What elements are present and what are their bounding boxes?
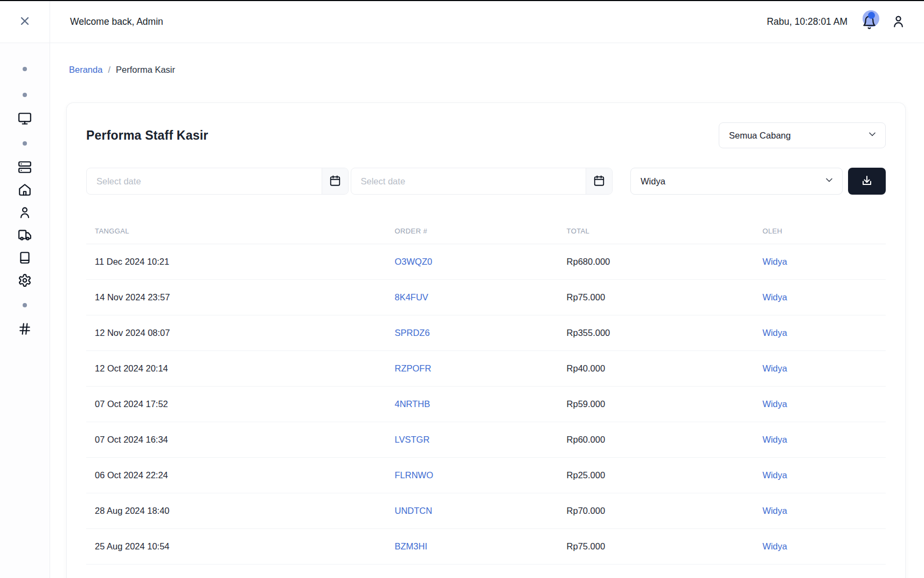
table-row: 25 Aug 2024 10:52 BMKRIV Rp610.000 Widya	[86, 565, 886, 578]
order-link[interactable]: BZM3HI	[395, 541, 428, 551]
cell-tanggal: 25 Aug 2024 10:54	[86, 541, 386, 552]
table-row: 12 Nov 2024 08:07 SPRDZ6 Rp355.000 Widya	[86, 315, 886, 351]
server-icon	[18, 160, 32, 176]
breadcrumb-current: Performa Kasir	[116, 65, 175, 75]
body-row: Beranda / Performa Kasir Performa Staff …	[0, 43, 924, 578]
table-row: 07 Oct 2024 17:52 4NRTHB Rp59.000 Widya	[86, 387, 886, 422]
sidebar-item-tags[interactable]	[13, 318, 36, 341]
card-header: Performa Staff Kasir Semua Cabang	[86, 122, 886, 148]
oleh-link[interactable]: Widya	[762, 257, 787, 266]
table-row: 06 Oct 2024 22:24 FLRNWO Rp25.000 Widya	[86, 458, 886, 493]
oleh-link[interactable]: Widya	[762, 541, 787, 551]
oleh-link[interactable]: Widya	[762, 399, 787, 409]
cell-tanggal: 14 Nov 2024 23:57	[86, 292, 386, 302]
monitor-icon	[18, 112, 32, 127]
home-icon	[18, 183, 32, 198]
welcome-text: Welcome back, Admin	[70, 16, 163, 27]
cell-total: Rp75.000	[558, 292, 754, 302]
breadcrumb-home-link[interactable]: Beranda	[69, 65, 102, 75]
order-link[interactable]: 4NRTHB	[395, 399, 430, 409]
order-link[interactable]: SPRDZ6	[395, 328, 430, 338]
sidebar-item-server[interactable]	[13, 156, 36, 179]
topbar-right: Rabu, 10:28:01 AM	[767, 12, 908, 32]
sidebar-item-monitor[interactable]	[13, 108, 36, 130]
datetime-text: Rabu, 10:28:01 AM	[767, 16, 847, 27]
oleh-link[interactable]: Widya	[762, 292, 787, 302]
date-to-input[interactable]	[351, 168, 586, 194]
cell-tanggal: 28 Aug 2024 18:40	[86, 506, 386, 516]
order-link[interactable]: LVSTGR	[395, 435, 430, 444]
download-button[interactable]	[848, 168, 886, 195]
cell-total: Rp60.000	[558, 435, 754, 445]
person-icon	[18, 205, 32, 221]
staff-select-value: Widya	[641, 176, 665, 187]
sidebar-dot	[23, 303, 27, 307]
cell-total: Rp25.000	[558, 470, 754, 480]
oleh-link[interactable]: Widya	[762, 328, 787, 338]
cell-tanggal: 07 Oct 2024 16:34	[86, 435, 386, 445]
cell-tanggal: 12 Nov 2024 08:07	[86, 328, 386, 338]
sidebar-item-home[interactable]	[13, 179, 36, 202]
cell-tanggal: 06 Oct 2024 22:24	[86, 470, 386, 480]
table-row: 07 Oct 2024 16:34 LVSTGR Rp60.000 Widya	[86, 422, 886, 458]
oleh-link[interactable]: Widya	[762, 363, 787, 373]
date-to-calendar-button[interactable]	[586, 168, 612, 194]
cell-total: Rp59.000	[558, 399, 754, 409]
table-row: 28 Aug 2024 18:40 UNDTCN Rp70.000 Widya	[86, 493, 886, 529]
table-header: TANGGAL ORDER # TOTAL OLEH	[86, 218, 886, 244]
hash-icon	[18, 322, 32, 338]
filter-row: Widya	[86, 168, 886, 195]
oleh-link[interactable]: Widya	[762, 435, 787, 444]
column-header-total: TOTAL	[558, 227, 754, 235]
sidebar	[0, 43, 50, 578]
branch-select[interactable]: Semua Cabang	[719, 122, 886, 148]
date-from-calendar-button[interactable]	[322, 168, 348, 194]
date-from-input[interactable]	[87, 168, 322, 194]
date-to-group	[351, 168, 613, 195]
order-link[interactable]: 8K4FUV	[395, 292, 428, 302]
column-header-oleh: OLEH	[754, 227, 886, 235]
order-link[interactable]: RZPOFR	[395, 363, 432, 373]
date-from-group	[86, 168, 349, 195]
column-header-order: ORDER #	[386, 227, 558, 235]
order-link[interactable]: O3WQZ0	[395, 257, 433, 266]
cell-total: Rp70.000	[558, 506, 754, 516]
order-link[interactable]: FLRNWO	[395, 470, 434, 480]
calendar-icon	[593, 175, 605, 188]
account-button[interactable]	[888, 12, 908, 32]
sidebar-item-reports[interactable]	[13, 247, 36, 270]
cell-tanggal: 11 Dec 2024 10:21	[86, 257, 386, 267]
user-icon	[891, 14, 906, 30]
close-sidebar-button[interactable]	[15, 12, 34, 32]
gear-icon	[18, 273, 32, 289]
cell-tanggal: 12 Oct 2024 20:14	[86, 363, 386, 374]
sidebar-item-customers[interactable]	[13, 202, 36, 224]
topbar-main: Welcome back, Admin Rabu, 10:28:01 AM	[50, 1, 924, 43]
download-icon	[860, 174, 873, 189]
order-link[interactable]: UNDTCN	[395, 506, 433, 515]
staff-select[interactable]: Widya	[630, 168, 843, 195]
cell-total: Rp355.000	[558, 328, 754, 338]
cell-total: Rp680.000	[558, 257, 754, 267]
sidebar-dot	[23, 93, 27, 97]
chevron-down-icon	[824, 175, 835, 188]
branch-select-value: Semua Cabang	[729, 130, 791, 141]
performance-card: Performa Staff Kasir Semua Cabang	[67, 103, 905, 578]
sidebar-dot	[23, 141, 27, 146]
notifications-button[interactable]	[858, 12, 878, 32]
column-header-tanggal: TANGGAL	[86, 227, 386, 235]
table-row: 14 Nov 2024 23:57 8K4FUV Rp75.000 Widya	[86, 280, 886, 315]
oleh-link[interactable]: Widya	[762, 470, 787, 480]
breadcrumb-separator: /	[108, 65, 110, 75]
table-row: 12 Oct 2024 20:14 RZPOFR Rp40.000 Widya	[86, 351, 886, 387]
sidebar-item-delivery[interactable]	[13, 224, 36, 247]
cell-tanggal: 07 Oct 2024 17:52	[86, 399, 386, 409]
topbar: Welcome back, Admin Rabu, 10:28:01 AM	[0, 1, 924, 43]
calendar-icon	[329, 175, 341, 188]
chevron-down-icon	[867, 129, 878, 142]
sidebar-item-settings[interactable]	[13, 270, 36, 292]
oleh-link[interactable]: Widya	[762, 506, 787, 515]
truck-icon	[18, 228, 32, 244]
cell-total: Rp40.000	[558, 363, 754, 374]
notification-badge	[868, 12, 875, 19]
